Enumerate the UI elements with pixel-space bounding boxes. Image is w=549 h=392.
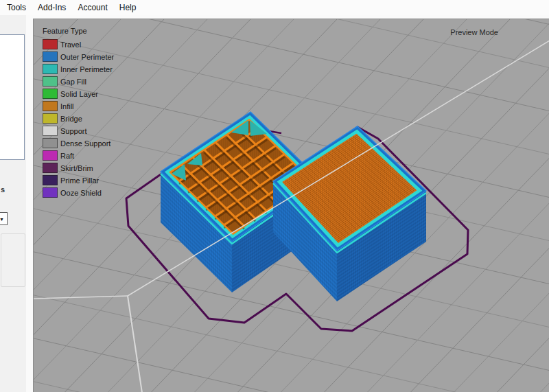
legend-label: Bridge bbox=[60, 115, 82, 123]
legend-swatch bbox=[43, 39, 58, 49]
legend-label: Skirt/Brim bbox=[60, 164, 93, 172]
legend-item: Travel bbox=[43, 39, 114, 49]
legend-swatch bbox=[43, 113, 58, 124]
legend-swatch bbox=[43, 64, 58, 74]
legend-item: Solid Layer bbox=[43, 89, 114, 99]
model-listbox[interactable] bbox=[0, 34, 25, 160]
menu-bar: ToolsAdd-InsAccountHelp bbox=[0, 0, 549, 15]
legend-label: Ooze Shield bbox=[60, 189, 102, 197]
legend-item: Outer Perimeter bbox=[43, 51, 114, 62]
legend-title: Feature Type bbox=[43, 27, 114, 35]
legend-item: Raft bbox=[43, 150, 114, 161]
menu-item-tools[interactable]: Tools bbox=[7, 0, 26, 15]
legend-swatch bbox=[43, 187, 58, 198]
legend-swatch bbox=[43, 89, 58, 99]
legend-label: Travel bbox=[60, 41, 81, 49]
legend-label: Dense Support bbox=[60, 139, 110, 148]
legend-item: Ooze Shield bbox=[43, 187, 114, 198]
legend-label: Solid Layer bbox=[60, 90, 98, 98]
legend-label: Inner Perimeter bbox=[60, 65, 113, 73]
process-dropdown[interactable]: ▼ bbox=[0, 212, 8, 225]
legend-swatch bbox=[43, 175, 58, 185]
legend-swatch bbox=[43, 138, 58, 148]
legend-label: Gap Fill bbox=[60, 78, 86, 86]
legend-label: Prime Pillar bbox=[60, 176, 99, 185]
legend-item: Gap Fill bbox=[43, 76, 114, 87]
legend-label: Support bbox=[60, 127, 87, 135]
legend-swatch bbox=[43, 76, 58, 87]
legend-swatch bbox=[43, 126, 58, 136]
panel-divider bbox=[26, 15, 33, 392]
sidebar-groupbox bbox=[1, 233, 25, 287]
application-window: ToolsAdd-InsAccountHelp s ▼ bbox=[0, 0, 549, 392]
truncated-label: s bbox=[1, 185, 5, 194]
legend-label: Infill bbox=[60, 102, 74, 111]
legend-swatch bbox=[43, 150, 58, 161]
menu-item-help[interactable]: Help bbox=[119, 0, 137, 15]
legend-item: Support bbox=[43, 126, 114, 136]
menu-item-account[interactable]: Account bbox=[78, 0, 107, 15]
legend-rows: TravelOuter PerimeterInner PerimeterGap … bbox=[43, 39, 114, 198]
legend-item: Infill bbox=[43, 101, 114, 111]
legend-swatch bbox=[43, 51, 58, 62]
chevron-down-icon: ▼ bbox=[0, 217, 4, 222]
legend-label: Outer Perimeter bbox=[60, 53, 114, 61]
legend-item: Prime Pillar bbox=[43, 175, 114, 185]
legend-label: Raft bbox=[60, 152, 74, 160]
preview-viewport[interactable]: Feature Type TravelOuter PerimeterInner … bbox=[33, 19, 549, 392]
legend-swatch bbox=[43, 163, 58, 173]
left-panel: s ▼ bbox=[0, 15, 26, 392]
legend-item: Dense Support bbox=[43, 138, 114, 148]
legend-item: Bridge bbox=[43, 113, 114, 124]
legend-item: Inner Perimeter bbox=[43, 64, 114, 74]
preview-mode-label: Preview Mode bbox=[450, 28, 498, 36]
legend-item: Skirt/Brim bbox=[43, 163, 114, 173]
menu-item-add-ins[interactable]: Add-Ins bbox=[38, 0, 66, 15]
feature-type-legend: Feature Type TravelOuter PerimeterInner … bbox=[43, 27, 114, 200]
legend-swatch bbox=[43, 101, 58, 111]
